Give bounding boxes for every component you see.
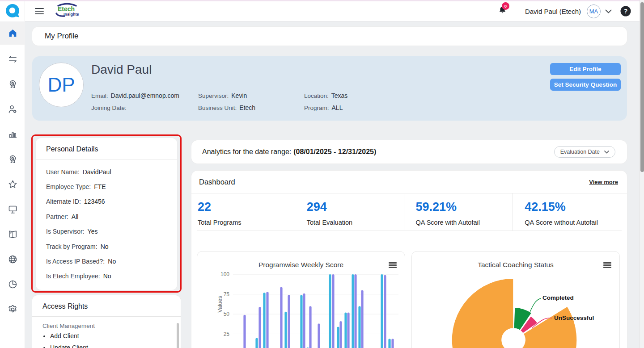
profile-field-location: Location:Texas <box>304 92 347 99</box>
chart-menu-icon[interactable] <box>389 262 397 268</box>
pie-chart-title: Tactical Coaching Status <box>412 261 619 269</box>
personal-detail-row: Is Etech Employee:No <box>36 269 177 284</box>
sidebar-item-swap-arrows[interactable] <box>0 46 25 71</box>
profile-field-joining-date: Joining Date: <box>91 104 198 111</box>
main-content: My Profile DP David Paul Email:David.pau… <box>25 21 640 348</box>
sidebar-rail <box>0 0 25 348</box>
access-rights-group: Client Management <box>42 323 170 329</box>
stat-total-evaluation: 294Total Evaluation <box>295 193 404 231</box>
access-rights-title: Access Rights <box>32 295 181 316</box>
sidebar-items <box>0 21 25 322</box>
sidebar-item-user-settings[interactable] <box>0 96 25 122</box>
user-settings-icon <box>8 104 18 114</box>
topbar-right: 0 David Paul (Etech) MA ? <box>498 4 631 18</box>
evaluation-date-dropdown[interactable]: Evaluation Date <box>554 146 615 158</box>
svg-text:?: ? <box>624 8 628 15</box>
monitor-icon <box>8 204 18 214</box>
personal-detail-row: Is Access IP Based?:No <box>36 254 177 268</box>
profile-hero-card: DP David Paul Email:David.paul@emnop.com… <box>32 56 627 121</box>
sidebar-item-bar-chart[interactable] <box>0 122 25 147</box>
bar-chart-icon <box>8 129 18 139</box>
topbar: Etech Insights 0 David Paul (Etech) MA ? <box>25 1 640 21</box>
svg-text:75: 75 <box>224 291 230 298</box>
pie-chart-card: CompletedUnSuccessful Tactical Coaching … <box>411 251 620 348</box>
notifications-button[interactable]: 0 <box>498 5 507 17</box>
stat-qa-with-autofail: 59.21%QA Score with Autofail <box>404 193 513 231</box>
star-icon <box>8 179 18 189</box>
sidebar-item-quality-badge[interactable] <box>0 71 25 96</box>
chart-menu-icon[interactable] <box>603 262 611 268</box>
quality-badge-2-icon <box>8 154 18 164</box>
quality-badge-icon <box>8 79 18 89</box>
profile-name: David Paul <box>91 63 152 77</box>
help-icon[interactable]: ? <box>620 5 631 17</box>
qeval-logo-icon[interactable] <box>5 3 20 18</box>
access-rights-scrollbar-thumb[interactable] <box>177 323 179 348</box>
settings-icon <box>8 304 18 314</box>
personal-detail-row: Partner:All <box>36 209 177 224</box>
page-scrollbar-thumb[interactable] <box>640 2 644 172</box>
brand-logo[interactable]: Etech Insights <box>54 3 79 20</box>
analytics-text: Analytics for the date range:(08/01/2025… <box>202 148 376 156</box>
hamburger-menu-icon[interactable] <box>35 8 44 14</box>
app-root: Etech Insights 0 David Paul (Etech) MA ? <box>0 0 644 348</box>
sidebar-item-pie-chart[interactable] <box>0 272 25 297</box>
profile-actions: Edit Profile Set Security Question <box>550 63 621 91</box>
dashboard-card: Dashboard View more 22Total Programs 294… <box>191 171 627 348</box>
chevron-down-icon <box>604 151 609 154</box>
profile-fields: Email:David.paul@emnop.com Supervisor:Ke… <box>91 92 347 111</box>
stat-total-programs: 22Total Programs <box>197 193 295 231</box>
dashboard-header: Dashboard View more <box>191 171 627 193</box>
dashboard-title: Dashboard <box>199 178 235 186</box>
pie-chart-icon <box>8 279 18 289</box>
profile-field-supervisor: Supervisor:Kevin <box>198 92 304 99</box>
sidebar-item-book[interactable] <box>0 222 25 247</box>
sidebar-item-star[interactable] <box>0 172 25 197</box>
personal-details-card: Personal Details User Name:DavidPaulEmpl… <box>36 138 177 290</box>
personal-detail-row: Employee Type:FTE <box>36 179 177 194</box>
bar-chart-card: 255075100Values Programwise Weekly Score <box>197 251 405 348</box>
personal-details-highlight: Personal Details User Name:DavidPaulEmpl… <box>31 134 182 293</box>
stat-qa-without-autofail: 42.15%QA Score without Autofail <box>513 193 622 231</box>
sidebar-item-quality-badge-2[interactable] <box>0 147 25 172</box>
edit-profile-button[interactable]: Edit Profile <box>550 63 621 75</box>
book-icon <box>8 229 18 239</box>
bar-chart-title: Programwise Weekly Score <box>197 261 405 269</box>
personal-detail-row: Alternate ID:123456 <box>36 194 177 209</box>
svg-text:25: 25 <box>224 331 230 337</box>
swap-arrows-icon <box>8 54 18 64</box>
page-title-card: My Profile <box>32 27 627 46</box>
globe-icon <box>8 254 18 264</box>
svg-text:Values: Values <box>217 296 223 312</box>
home-icon <box>8 28 18 38</box>
access-rights-list: Add ClientUpdate Client <box>42 332 170 348</box>
svg-text:Completed: Completed <box>542 294 574 301</box>
analytics-card: Analytics for the date range:(08/01/2025… <box>191 140 627 164</box>
dashboard-stats: 22Total Programs 294Total Evaluation 59.… <box>197 193 622 231</box>
personal-detail-row: Track by Program:No <box>36 239 177 254</box>
brand-line2: Insights <box>64 12 79 17</box>
avatar[interactable]: MA <box>587 4 601 18</box>
sidebar-item-globe[interactable] <box>0 247 25 272</box>
brand-line1: Etech <box>58 5 75 13</box>
top-progress-strip <box>0 0 644 1</box>
view-more-link[interactable]: View more <box>589 179 618 185</box>
sidebar-item-settings[interactable] <box>0 297 25 322</box>
personal-details-rows: User Name:DavidPaulEmployee Type:FTEAlte… <box>36 159 177 284</box>
profile-field-business-unit: Business Unit:Etech <box>198 104 304 111</box>
page-scrollbar-track <box>640 0 644 348</box>
profile-avatar: DP <box>39 63 84 107</box>
personal-detail-row: User Name:DavidPaul <box>36 164 177 179</box>
profile-field-program: Program:ALL <box>304 104 347 111</box>
set-security-question-button[interactable]: Set Security Question <box>550 79 621 91</box>
access-right-item: Update Client <box>50 344 170 348</box>
sidebar-item-monitor[interactable] <box>0 197 25 222</box>
user-menu-name[interactable]: David Paul (Etech) <box>525 8 581 15</box>
access-rights-body: Client Management Add ClientUpdate Clien… <box>32 317 181 348</box>
svg-text:50: 50 <box>224 311 230 317</box>
chevron-down-icon[interactable] <box>605 9 612 13</box>
notification-badge: 0 <box>502 2 509 10</box>
analytics-date-range: (08/01/2025 - 12/31/2025) <box>293 148 376 155</box>
sidebar-item-home[interactable] <box>0 21 25 45</box>
svg-text:100: 100 <box>220 271 229 277</box>
